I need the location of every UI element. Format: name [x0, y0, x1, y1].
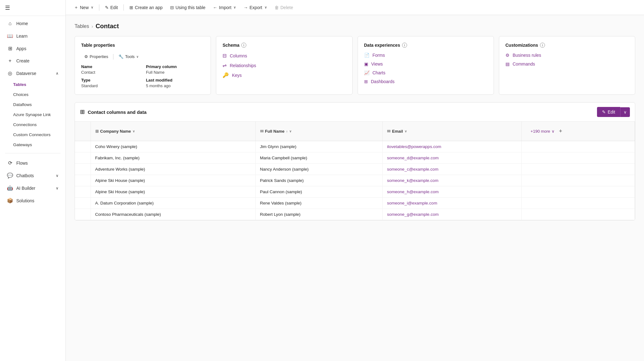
data-edit-button[interactable]: ✎ Edit: [597, 107, 620, 117]
row-fullname-cell: Maria Campbell (sample): [255, 152, 383, 164]
chevron-down-icon: ∨: [233, 5, 236, 9]
table-props-grid: Name Contact Primary column Full Name Ty…: [81, 64, 204, 88]
sort-chevron-icon: ∨: [289, 130, 291, 133]
last-modified-prop: Last modified 5 months ago: [146, 78, 205, 88]
th-full-name[interactable]: ✉ Full Name ↑ ∨: [255, 122, 383, 141]
new-button[interactable]: ＋ New ∨: [71, 3, 97, 12]
table-properties-card-title: Table properties: [81, 43, 204, 48]
chevron-down-icon: ∨: [56, 173, 59, 178]
table-row[interactable]: Alpine Ski House (sample)Paul Cannon (sa…: [75, 186, 635, 198]
breadcrumb-parent[interactable]: Tables: [75, 24, 89, 29]
row-company-cell: Alpine Ski House (sample): [91, 175, 255, 186]
table-row[interactable]: Adventure Works (sample)Nancy Anderson (…: [75, 164, 635, 175]
info-icon[interactable]: i: [540, 43, 545, 48]
export-button[interactable]: → Export ∨: [240, 3, 270, 12]
business-rules-icon: ⚙: [505, 53, 510, 58]
sidebar-item-flows[interactable]: ⟳ Flows: [2, 157, 64, 169]
sidebar-item-gateways[interactable]: Gateways: [2, 140, 64, 150]
charts-icon: 📈: [364, 70, 369, 75]
create-app-button[interactable]: ⊞ Create an app: [126, 3, 166, 12]
sidebar-item-apps[interactable]: ⊞ Apps: [2, 42, 64, 55]
tools-button[interactable]: 🔧 Tools ∨: [115, 53, 141, 61]
table-header-row: ⊞ Company Name ∨ ✉ Full Name ↑ ∨: [75, 122, 635, 141]
chevron-down-icon: ∨: [264, 5, 267, 9]
flows-icon: ⟳: [7, 160, 13, 166]
table-row[interactable]: A. Datum Corporation (sample)Rene Valdes…: [75, 198, 635, 209]
delete-button[interactable]: 🗑 Delete: [271, 3, 296, 12]
data-experiences-card-title: Data experiences i: [364, 43, 487, 48]
table-row[interactable]: Alpine Ski House (sample)Patrick Sands (…: [75, 175, 635, 186]
custom-links: ⚙ Business rules ▤ Commands: [505, 53, 629, 66]
forms-link[interactable]: 📄 Forms: [364, 53, 487, 58]
import-button[interactable]: ← Import ∨: [210, 3, 239, 12]
dataflows-label: Dataflows: [13, 102, 32, 107]
more-columns-button[interactable]: +190 more ∨: [531, 129, 555, 134]
sidebar: ☰ ⌂ Home 📖 Learn ⊞ Apps + Create ◎ Datav…: [0, 0, 66, 361]
sidebar-item-dataverse[interactable]: ◎ Dataverse ∧: [2, 67, 64, 79]
columns-link[interactable]: ⊟ Columns: [223, 53, 346, 59]
dashboards-link[interactable]: ⊞ Dashboards: [364, 79, 487, 84]
edit-button[interactable]: ✎ Edit: [102, 3, 121, 12]
add-column-button[interactable]: +: [557, 128, 564, 135]
th-more-columns[interactable]: +190 more ∨ +: [522, 122, 635, 141]
export-icon: →: [243, 5, 248, 10]
toolbar-separator: [99, 4, 99, 11]
data-section-title: ⊞ Contact columns and data: [80, 109, 147, 115]
info-icon[interactable]: i: [241, 43, 246, 48]
table-row[interactable]: Contoso Pharmaceuticals (sample)Robert L…: [75, 209, 635, 220]
row-checkbox-cell: [75, 175, 91, 186]
card-actions: ⚙ Properties 🔧 Tools ∨: [81, 53, 204, 61]
table-row[interactable]: Coho Winery (sample)Jim Glynn (sample)il…: [75, 141, 635, 152]
edit-pencil-icon: ✎: [602, 109, 606, 114]
properties-button[interactable]: ⚙ Properties: [81, 53, 111, 61]
keys-icon: 🔑: [223, 72, 229, 78]
home-icon: ⌂: [7, 21, 13, 26]
forms-icon: 📄: [364, 53, 369, 58]
th-company-name[interactable]: ⊞ Company Name ∨: [91, 122, 255, 141]
sidebar-item-custom-connectors[interactable]: Custom Connectors: [2, 130, 64, 140]
sidebar-divider: [5, 153, 60, 153]
views-icon: ▣: [364, 61, 368, 66]
toolbar-separator-2: [123, 4, 124, 11]
breadcrumb-separator: ›: [92, 24, 93, 29]
using-table-button[interactable]: ⊟ Using this table: [167, 3, 209, 12]
sidebar-item-choices[interactable]: Choices: [2, 90, 64, 99]
sidebar-item-dataflows[interactable]: Dataflows: [2, 100, 64, 109]
sidebar-item-create[interactable]: + Create: [2, 55, 64, 67]
sidebar-item-learn[interactable]: 📖 Learn: [2, 30, 64, 42]
table-row[interactable]: Fabrikam, Inc. (sample)Maria Campbell (s…: [75, 152, 635, 164]
sidebar-item-azure-synapse[interactable]: Azure Synapse Link: [2, 110, 64, 119]
row-fullname-cell: Nancy Anderson (sample): [255, 164, 383, 175]
info-icon[interactable]: i: [402, 43, 407, 48]
sidebar-item-label: Apps: [16, 46, 26, 51]
sidebar-item-home[interactable]: ⌂ Home: [2, 18, 64, 29]
dashboards-icon: ⊞: [364, 79, 368, 84]
row-email-cell: someone_d@example.com: [383, 152, 522, 164]
charts-link[interactable]: 📈 Charts: [364, 70, 487, 75]
sidebar-item-chatbots[interactable]: 💬 Chatbots ∨: [2, 169, 64, 182]
business-rules-link[interactable]: ⚙ Business rules: [505, 53, 629, 58]
plus-icon: ＋: [74, 5, 78, 10]
hamburger-icon[interactable]: ☰: [5, 5, 10, 11]
sidebar-item-tables[interactable]: Tables: [2, 80, 64, 89]
relationships-link[interactable]: ⇌ Relationships: [223, 62, 346, 68]
views-link[interactable]: ▣ Views: [364, 61, 487, 66]
sidebar-item-label: Chatbots: [16, 173, 34, 178]
customizations-card-title: Customizations i: [505, 43, 629, 48]
sidebar-item-ai-builder[interactable]: 🤖 AI Builder ∨: [2, 182, 64, 194]
sidebar-item-connections[interactable]: Connections: [2, 120, 64, 130]
gateways-label: Gateways: [13, 142, 32, 147]
commands-icon: ▤: [505, 61, 510, 66]
delete-icon: 🗑: [275, 5, 279, 10]
row-checkbox-cell: [75, 164, 91, 175]
th-email[interactable]: ✉ Email ∨: [383, 122, 522, 141]
sidebar-item-solutions[interactable]: 📦 Solutions: [2, 194, 64, 207]
solutions-icon: 📦: [7, 198, 13, 204]
keys-link[interactable]: 🔑 Keys: [223, 72, 346, 78]
edit-dropdown-button[interactable]: ∨: [620, 107, 630, 117]
row-extra-cell: [522, 164, 635, 175]
commands-link[interactable]: ▤ Commands: [505, 61, 629, 66]
row-checkbox-cell: [75, 141, 91, 152]
schema-links: ⊟ Columns ⇌ Relationships 🔑 Keys: [223, 53, 346, 78]
sidebar-item-label: Solutions: [16, 198, 34, 203]
